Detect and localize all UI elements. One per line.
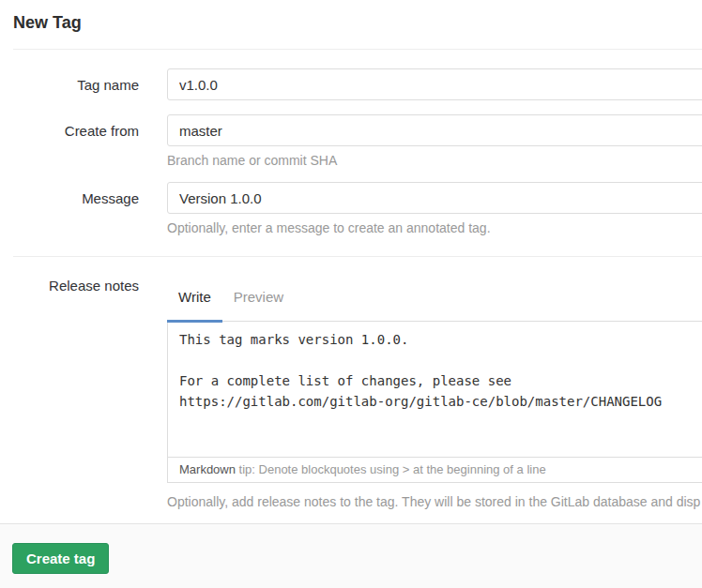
create-from-help: Branch name or commit SHA [167, 153, 702, 168]
tag-name-label: Tag name [0, 68, 139, 100]
tab-preview[interactable]: Preview [222, 289, 295, 321]
form-group-message: Message Optionally, enter a message to c… [0, 182, 702, 235]
release-notes-textarea[interactable]: This tag marks version 1.0.0. For a comp… [167, 321, 702, 458]
form-group-tag-name: Tag name [0, 68, 702, 100]
markdown-tip-keyword: Markdown [179, 462, 236, 476]
page-title: New Tag [13, 13, 702, 33]
form-group-create-from: Create from Branch name or commit SHA [0, 114, 702, 168]
release-notes-label: Release notes [0, 276, 139, 509]
create-from-input[interactable] [167, 114, 702, 146]
tag-name-input[interactable] [167, 68, 702, 100]
tab-write[interactable]: Write [167, 289, 222, 323]
new-tag-page: New Tag Tag name Create from Branch name… [0, 13, 702, 588]
markdown-tip-text: tip: Denote blockquotes using > at the b… [236, 462, 546, 476]
markdown-tip-bar: Markdown tip: Denote blockquotes using >… [167, 458, 702, 483]
release-notes-help: Optionally, add release notes to the tag… [167, 494, 702, 509]
markdown-editor-tabs: Write Preview [167, 276, 702, 321]
message-label: Message [0, 182, 139, 235]
form-actions-footer: Create tag [0, 523, 702, 588]
message-help: Optionally, enter a message to create an… [167, 220, 702, 235]
create-tag-button[interactable]: Create tag [12, 543, 109, 574]
new-tag-form: Tag name Create from Branch name or comm… [0, 50, 702, 588]
section-divider [13, 256, 702, 257]
form-group-release-notes: Release notes Write Preview This tag mar… [0, 276, 702, 509]
create-from-label: Create from [0, 114, 139, 168]
message-input[interactable] [167, 182, 702, 214]
